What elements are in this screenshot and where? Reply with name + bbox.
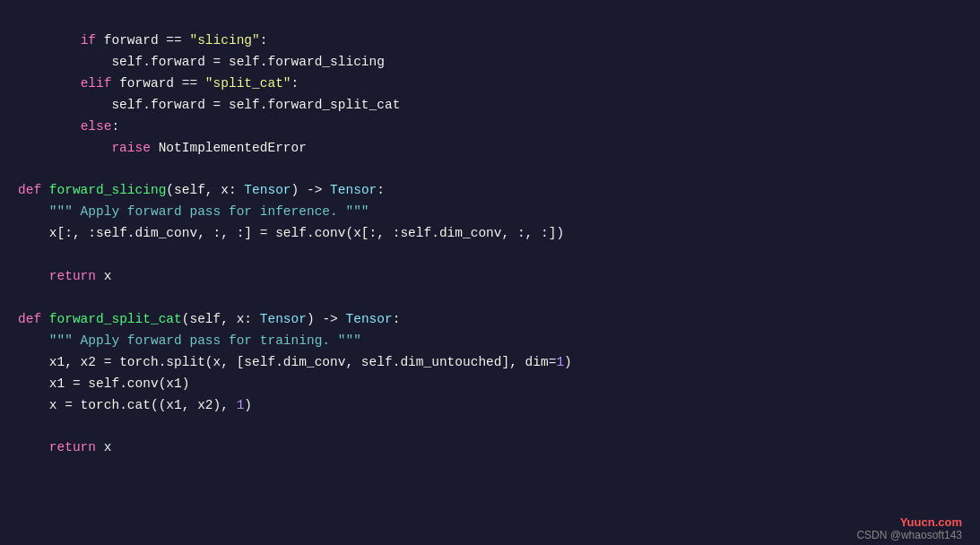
line-blank-1 — [18, 161, 26, 176]
line-doc1: """ Apply forward pass for inference. ""… — [18, 204, 369, 219]
line-doc2: """ Apply forward pass for training. """ — [18, 333, 361, 348]
line-4: self.forward = self.forward_split_cat — [18, 98, 400, 112]
code-container: if forward == "slicing": self.forward = … — [0, 0, 980, 545]
line-blank-3 — [18, 290, 26, 305]
watermark-csdn: CSDN @whaosoft143 — [856, 529, 962, 541]
line-return1: return x — [18, 269, 111, 283]
line-6: raise NotImplementedError — [18, 141, 307, 155]
line-3: elif forward == "split_cat": — [18, 76, 299, 91]
line-return2: return x — [18, 440, 111, 454]
line-code2: x1, x2 = torch.split(x, [self.dim_conv, … — [18, 355, 572, 369]
line-1: if forward == "slicing": — [18, 33, 267, 48]
watermark-yuucn: Yuucn.com — [900, 515, 962, 529]
line-blank-2 — [18, 247, 26, 262]
line-code3: x1 = self.conv(x1) — [18, 376, 189, 391]
line-5: else: — [18, 119, 119, 134]
line-code1: x[:, :self.dim_conv, :, :] = self.conv(x… — [18, 226, 564, 240]
line-def2: def forward_split_cat(self, x: Tensor) -… — [18, 312, 400, 326]
line-code4: x = torch.cat((x1, x2), 1) — [18, 398, 252, 412]
line-blank-4 — [18, 420, 26, 434]
code-block: if forward == "slicing": self.forward = … — [18, 9, 962, 480]
line-def1: def forward_slicing(self, x: Tensor) -> … — [18, 183, 385, 197]
line-2: self.forward = self.forward_slicing — [18, 55, 385, 69]
